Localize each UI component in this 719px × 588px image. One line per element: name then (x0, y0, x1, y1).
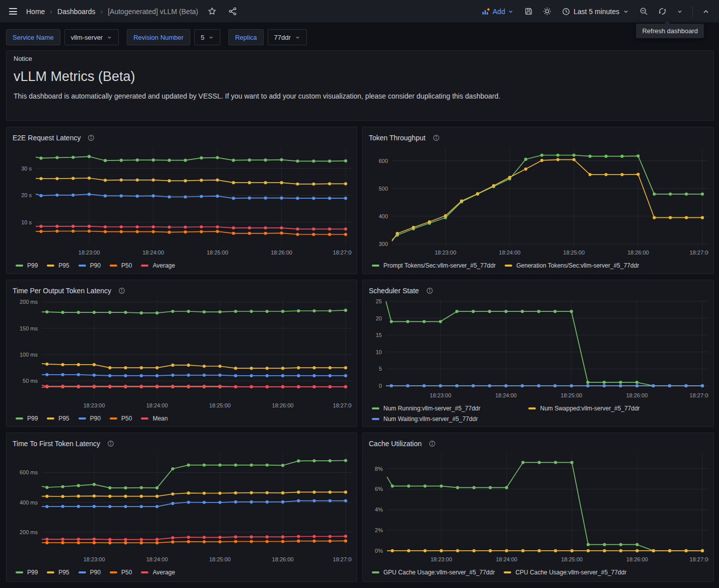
data-point[interactable] (571, 549, 574, 552)
data-point[interactable] (329, 490, 332, 493)
panel-title[interactable]: Time Per Output Token Latency (13, 287, 111, 295)
data-point[interactable] (684, 384, 687, 387)
data-point[interactable] (218, 464, 221, 467)
data-point[interactable] (216, 179, 219, 182)
data-point[interactable] (71, 194, 74, 197)
data-point[interactable] (328, 182, 331, 185)
data-point[interactable] (108, 374, 111, 377)
data-point[interactable] (460, 200, 463, 203)
data-point[interactable] (508, 176, 511, 179)
data-point[interactable] (232, 232, 235, 235)
data-point[interactable] (93, 374, 96, 377)
data-point[interactable] (203, 540, 206, 543)
data-point[interactable] (136, 179, 139, 182)
chart-canvas[interactable]: 051015202518:23:0018:24:0018:25:0018:26:… (369, 298, 708, 400)
data-point[interactable] (152, 194, 155, 197)
data-point[interactable] (71, 229, 74, 232)
data-point[interactable] (653, 193, 656, 196)
data-point[interactable] (104, 194, 107, 197)
data-point[interactable] (329, 540, 332, 543)
data-point[interactable] (476, 192, 479, 195)
data-point[interactable] (45, 310, 48, 313)
data-point[interactable] (312, 309, 315, 312)
data-point[interactable] (155, 538, 158, 541)
data-point[interactable] (203, 365, 206, 368)
notice-panel-title[interactable]: Notice (14, 55, 706, 62)
data-point[interactable] (248, 181, 251, 184)
data-point[interactable] (587, 549, 590, 552)
data-point[interactable] (344, 539, 347, 542)
data-point[interactable] (669, 216, 672, 219)
data-point[interactable] (234, 500, 237, 503)
data-point[interactable] (250, 385, 253, 388)
data-point[interactable] (124, 486, 127, 489)
panel-title[interactable]: E2E Request Latency (13, 134, 81, 142)
data-point[interactable] (61, 373, 64, 376)
data-point[interactable] (108, 541, 111, 544)
data-point[interactable] (93, 311, 96, 314)
data-point[interactable] (77, 311, 80, 314)
legend-item[interactable]: GPU Cache Usage:vllm-server_#5_77ddr (372, 568, 495, 577)
data-point[interactable] (40, 230, 43, 233)
data-point[interactable] (108, 505, 111, 508)
data-point[interactable] (328, 233, 331, 236)
data-point[interactable] (140, 505, 143, 508)
data-point[interactable] (218, 365, 221, 368)
breadcrumb-dashboards[interactable]: Dashboards (57, 8, 96, 16)
data-point[interactable] (281, 367, 284, 370)
data-point[interactable] (136, 230, 139, 233)
data-point[interactable] (61, 385, 64, 388)
data-point[interactable] (120, 230, 123, 233)
data-point[interactable] (570, 384, 573, 387)
data-point[interactable] (77, 538, 80, 541)
legend-item[interactable]: CPU Cache Usage:vllm-server_#5_77ddr (504, 568, 626, 577)
add-button[interactable]: Add (478, 5, 517, 18)
data-point[interactable] (589, 155, 592, 158)
data-point[interactable] (344, 159, 347, 162)
data-point[interactable] (635, 543, 638, 546)
data-point[interactable] (297, 540, 300, 543)
data-point[interactable] (171, 502, 174, 505)
data-point[interactable] (653, 216, 656, 219)
share-icon[interactable] (226, 5, 239, 18)
data-point[interactable] (140, 495, 143, 498)
data-point[interactable] (635, 384, 638, 387)
data-point[interactable] (538, 549, 541, 552)
data-point[interactable] (152, 225, 155, 228)
data-point[interactable] (280, 181, 283, 184)
data-point[interactable] (406, 320, 409, 323)
data-point[interactable] (297, 374, 300, 377)
data-point[interactable] (492, 184, 495, 187)
data-point[interactable] (266, 540, 269, 543)
data-point[interactable] (203, 501, 206, 504)
filter-label[interactable]: Revision Number (127, 29, 190, 45)
data-point[interactable] (140, 385, 143, 388)
data-point[interactable] (61, 505, 64, 508)
data-point[interactable] (556, 153, 560, 156)
time-range-picker[interactable]: Last 5 minutes (559, 6, 632, 18)
data-point[interactable] (168, 179, 171, 182)
data-point[interactable] (124, 374, 127, 377)
data-point[interactable] (505, 384, 508, 387)
data-point[interactable] (297, 535, 300, 538)
data-point[interactable] (312, 540, 315, 543)
dashboard-settings-icon[interactable] (540, 5, 554, 18)
data-point[interactable] (554, 461, 557, 464)
filter-value-dropdown[interactable]: vllm-server (64, 29, 119, 45)
data-point[interactable] (93, 541, 96, 544)
data-point[interactable] (88, 229, 91, 232)
data-point[interactable] (440, 549, 443, 552)
legend-item[interactable]: P95 (47, 261, 69, 270)
data-point[interactable] (424, 549, 427, 552)
data-point[interactable] (553, 310, 556, 313)
data-point[interactable] (45, 495, 48, 498)
legend-item[interactable]: Num Waiting:vllm-server_#5_77ddr (372, 414, 519, 424)
data-point[interactable] (296, 233, 299, 236)
data-point[interactable] (155, 374, 158, 377)
data-point[interactable] (281, 310, 284, 313)
data-point[interactable] (108, 366, 111, 369)
data-point[interactable] (140, 366, 143, 369)
panel-title[interactable]: Time To First Token Latency (13, 440, 100, 448)
data-point[interactable] (108, 385, 111, 388)
data-point[interactable] (439, 384, 442, 387)
